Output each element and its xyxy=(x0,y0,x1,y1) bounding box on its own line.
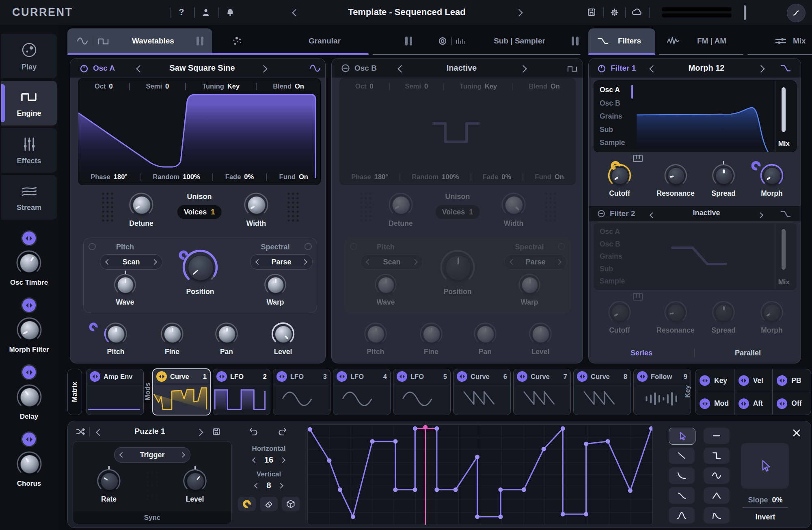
inactive-icon[interactable] xyxy=(597,209,606,218)
tab-fm-am[interactable]: FM | AM xyxy=(662,28,743,53)
filter-2-prev-button[interactable] xyxy=(650,212,654,219)
osc-a-pitch-knob[interactable] xyxy=(104,322,128,346)
sidebar-item-effects[interactable]: Effects xyxy=(1,128,57,173)
save-icon[interactable] xyxy=(209,425,224,438)
tool-line-flat-button[interactable] xyxy=(704,428,730,444)
wavetable-prev-button[interactable] xyxy=(399,66,404,73)
mod-aft[interactable]: Aft xyxy=(734,392,773,415)
macro-mod-toggle[interactable] xyxy=(21,364,37,380)
mod-card-curve-1[interactable]: Curve 1 xyxy=(153,369,210,415)
editor-canvas[interactable] xyxy=(308,425,652,525)
osc-b-spectral-mode-selector[interactable]: Parse xyxy=(504,254,567,270)
volume-slider-handle[interactable] xyxy=(744,5,746,20)
close-icon[interactable] xyxy=(790,427,803,439)
tool-s-curve-button[interactable] xyxy=(669,487,695,504)
osc-b-warp-knob[interactable] xyxy=(518,273,541,296)
osc-b-width-knob[interactable] xyxy=(501,192,527,218)
user-icon[interactable] xyxy=(200,6,212,18)
tool-exp-decay-button[interactable] xyxy=(669,467,695,484)
macro-mod-toggle[interactable] xyxy=(21,431,37,447)
osc-a-spectral-mode-selector[interactable]: Parse xyxy=(250,254,313,270)
mod-toggle-icon[interactable] xyxy=(777,398,787,409)
mod-card-curve-6[interactable]: Curve 6 xyxy=(453,369,511,415)
osc-b-pan-knob[interactable] xyxy=(473,322,497,346)
filter-1-next-button[interactable] xyxy=(758,66,764,73)
morph-filter-knob[interactable] xyxy=(16,316,43,343)
osc-timbre-knob[interactable] xyxy=(15,249,42,276)
power-icon[interactable] xyxy=(597,63,607,73)
indicator-ring[interactable] xyxy=(304,243,312,250)
filter-1-morph-knob[interactable] xyxy=(760,163,784,188)
filter-slope-icon[interactable] xyxy=(779,64,793,73)
routing-series-button[interactable]: Series xyxy=(589,349,694,357)
keytrack-icon[interactable] xyxy=(633,293,643,301)
tab-mix[interactable]: Mix xyxy=(748,28,812,53)
osc-a-wavetable-name[interactable]: Saw Square Sine xyxy=(169,63,235,73)
osc-b-pitch-knob[interactable] xyxy=(363,322,388,346)
mod-toggle-icon[interactable] xyxy=(739,398,749,409)
matrix-tab[interactable]: Matrix xyxy=(67,369,82,415)
mod-preset-prev-button[interactable] xyxy=(97,429,102,437)
osc-b-voices-stepper[interactable]: Voices1 xyxy=(436,205,480,219)
osc-b-detune-knob[interactable] xyxy=(388,192,414,218)
keytrack-icon[interactable] xyxy=(633,154,643,162)
slope-value[interactable]: Slope0% xyxy=(742,496,789,504)
mod-card-lfo-5[interactable]: LFO 5 xyxy=(393,369,451,415)
vertical-stepper[interactable]: 8 xyxy=(235,481,302,490)
invert-button[interactable]: Invert xyxy=(742,513,789,521)
filter-2-spread-knob[interactable] xyxy=(711,300,736,324)
mod-pb[interactable]: PB xyxy=(772,369,811,392)
mod-toggle-icon[interactable] xyxy=(739,375,749,386)
mod-rate-knob[interactable] xyxy=(96,468,121,493)
randomize-icon[interactable] xyxy=(73,425,88,438)
osc-a-detune-knob[interactable] xyxy=(128,192,154,218)
osc-a-waveform-display[interactable]: Oct0 Semi0 TuningKey BlendOn Phase180° R… xyxy=(78,78,321,185)
drag-handle[interactable] xyxy=(287,193,299,222)
filter-1-cutoff-knob[interactable] xyxy=(607,163,632,188)
mod-toggle-icon[interactable] xyxy=(457,371,467,382)
filter-1-type[interactable]: Morph 12 xyxy=(689,63,725,73)
osc-a-position-knob[interactable] xyxy=(181,249,219,286)
sidebar-item-play[interactable]: Play xyxy=(1,34,57,78)
help-icon[interactable]: ? xyxy=(175,6,188,18)
tool-line-down-button[interactable] xyxy=(669,448,695,464)
tool-bell-button[interactable] xyxy=(669,507,695,524)
sync-toggle[interactable]: Sync xyxy=(73,511,231,524)
save-icon[interactable] xyxy=(585,6,598,18)
osc-a-fine-knob[interactable] xyxy=(160,322,184,346)
source-sample[interactable]: Sample xyxy=(600,138,625,147)
macro-mod-toggle[interactable] xyxy=(21,230,37,246)
mod-toggle-icon[interactable] xyxy=(397,371,407,382)
mod-toggle-icon[interactable] xyxy=(276,371,287,382)
osc-b-waveform-display[interactable]: Oct0 Semi0 TuningKey BlendOn Phase180° R… xyxy=(339,78,576,185)
filter-2-resonance-knob[interactable] xyxy=(663,300,688,324)
osc-b-wave-knob[interactable] xyxy=(374,273,397,296)
square-wave-icon[interactable] xyxy=(566,64,579,73)
osc-b-state[interactable]: Inactive xyxy=(447,63,477,73)
mod-card-lfo-4[interactable]: LFO 4 xyxy=(333,369,391,415)
mod-toggle-icon[interactable] xyxy=(577,371,587,382)
mod-card-lfo-2[interactable]: LFO 2 xyxy=(213,369,270,415)
filter-1-resonance-knob[interactable] xyxy=(663,163,688,188)
gear-icon[interactable] xyxy=(608,6,620,18)
tool-step-down-button[interactable] xyxy=(704,448,730,464)
wavetable-next-button[interactable] xyxy=(520,66,526,73)
undo-icon[interactable] xyxy=(246,425,260,438)
drag-handle[interactable] xyxy=(102,193,113,222)
mod-toggle-icon[interactable] xyxy=(517,371,527,382)
preset-next-button[interactable] xyxy=(516,10,522,17)
drag-handle[interactable] xyxy=(147,472,158,501)
mod-curve-editor[interactable] xyxy=(307,424,653,525)
osc-a-width-knob[interactable] xyxy=(243,192,269,218)
mod-toggle-icon[interactable] xyxy=(700,375,710,386)
osc-b-level-knob[interactable] xyxy=(528,322,553,346)
source-scrollbar[interactable] xyxy=(631,85,633,99)
mod-vel[interactable]: Vel xyxy=(734,369,773,392)
tool-triangle-button[interactable] xyxy=(704,487,730,504)
osc-a-pitch-mode-selector[interactable]: Scan xyxy=(100,254,162,270)
filter-1-mix-slider[interactable] xyxy=(782,87,786,132)
sidebar-item-engine[interactable]: Engine xyxy=(1,81,57,125)
mod-off[interactable]: Off xyxy=(772,392,811,415)
preset-title[interactable]: Template - Sequenced Lead xyxy=(348,7,465,17)
mod-toggle-icon[interactable] xyxy=(156,371,167,382)
